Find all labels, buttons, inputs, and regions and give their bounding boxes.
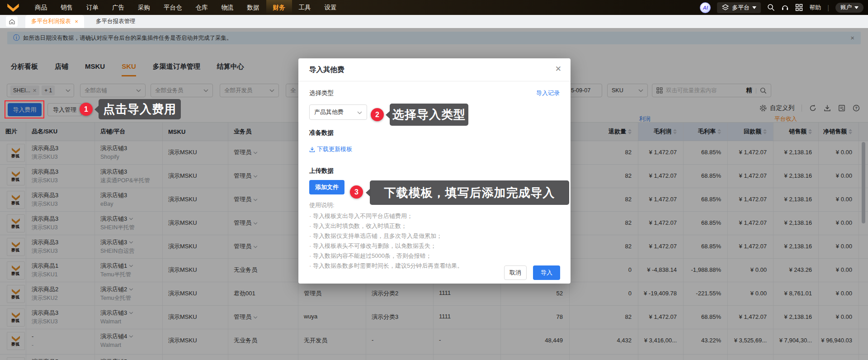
tab-multi-platform-report-management[interactable]: 多平台报表管理 <box>96 15 136 28</box>
app-window: 商品销售订单广告采购平台仓仓库物流数据财务工具设置 AI 多平台 帮助 | 账户… <box>0 0 868 360</box>
main-menu: 商品销售订单广告采购平台仓仓库物流数据财务工具设置 <box>28 0 344 15</box>
ai-assistant-button[interactable]: AI <box>700 2 711 13</box>
tab-multi-platform-profit-report[interactable]: 多平台利润报表 × <box>25 15 84 28</box>
usage-note: 导入支出时填负数，收入时填正数； <box>309 221 463 231</box>
nav-item[interactable]: 物流 <box>215 0 241 15</box>
usage-note: 导入数据条数多时需要时间长，建议5分钟后再查看结果。 <box>309 261 463 271</box>
home-icon <box>9 19 15 24</box>
fee-type-value: 产品其他费 <box>314 108 344 116</box>
download-template-label: 下载更新模板 <box>317 145 352 153</box>
search-icon[interactable] <box>767 4 775 11</box>
usage-note: 导入模板表头不可修改与删除，以免数据丢失； <box>309 241 463 251</box>
nav-item[interactable]: 数据 <box>241 0 266 15</box>
cancel-button[interactable]: 取消 <box>504 265 527 280</box>
divider: | <box>827 4 829 11</box>
import-other-fee-modal: 导入其他费 ✕ 选择类型 导入记录 产品其他费 准备数据 下载更新模板 上传数据… <box>298 58 571 284</box>
tab-label: 多平台利润报表 <box>31 18 71 25</box>
prepare-data-label: 准备数据 <box>309 129 334 137</box>
nav-item[interactable]: 采购 <box>131 0 157 15</box>
home-tab-button[interactable] <box>6 16 18 27</box>
caret-down-icon <box>752 6 756 9</box>
chevron-down-icon <box>357 111 362 114</box>
layers-icon <box>722 4 729 11</box>
nav-item[interactable]: 工具 <box>292 0 318 15</box>
nav-item[interactable]: 设置 <box>318 0 344 15</box>
usage-note: 导入数据内容不能超过5000条，否则会报错； <box>309 251 463 261</box>
caret-down-icon <box>854 6 859 9</box>
modal-title: 导入其他费 <box>309 65 344 75</box>
nav-item[interactable]: 财务 <box>266 0 292 15</box>
apps-grid-icon[interactable] <box>795 4 803 11</box>
tab-bar: 多平台利润报表 × 多平台报表管理 <box>0 15 868 28</box>
add-file-button[interactable]: 添加文件 <box>309 180 344 194</box>
nav-item[interactable]: 商品 <box>28 0 54 15</box>
usage-notes-list: 导入模板支出导入不同平台店铺费用；导入支出时填负数，收入时填正数；导入数据仅支持… <box>309 211 463 271</box>
type-section-label: 选择类型 <box>309 89 334 97</box>
account-menu[interactable]: 账户 <box>835 3 863 13</box>
nav-item[interactable]: 广告 <box>105 0 131 15</box>
usage-note: 导入数据仅支持单选店铺，且多次导入是做累加； <box>309 231 463 241</box>
tab-close-icon[interactable]: × <box>75 18 79 25</box>
help-link[interactable]: 帮助 <box>809 4 821 12</box>
download-icon <box>309 147 315 152</box>
confirm-import-button[interactable]: 导入 <box>533 265 560 280</box>
headset-support-icon[interactable] <box>781 4 789 11</box>
nav-item[interactable]: 平台仓 <box>157 0 189 15</box>
brand-fox-logo-icon <box>6 3 20 12</box>
modal-close-icon[interactable]: ✕ <box>555 64 561 74</box>
usage-notes-title: 使用说明: <box>309 201 335 209</box>
account-label: 账户 <box>840 4 852 11</box>
import-records-link[interactable]: 导入记录 <box>536 89 560 97</box>
fee-type-select[interactable]: 产品其他费 <box>309 104 367 120</box>
upload-data-label: 上传数据 <box>309 167 334 175</box>
divider <box>298 81 571 81</box>
usage-note: 导入模板支出导入不同平台店铺费用； <box>309 211 463 221</box>
download-template-link[interactable]: 下载更新模板 <box>309 145 352 153</box>
platform-selector[interactable]: 多平台 <box>717 2 761 13</box>
nav-item[interactable]: 订单 <box>80 0 105 15</box>
nav-item[interactable]: 销售 <box>54 0 80 15</box>
platform-selector-label: 多平台 <box>732 4 750 12</box>
top-nav: 商品销售订单广告采购平台仓仓库物流数据财务工具设置 AI 多平台 帮助 | 账户 <box>0 0 868 15</box>
nav-item[interactable]: 仓库 <box>189 0 215 15</box>
